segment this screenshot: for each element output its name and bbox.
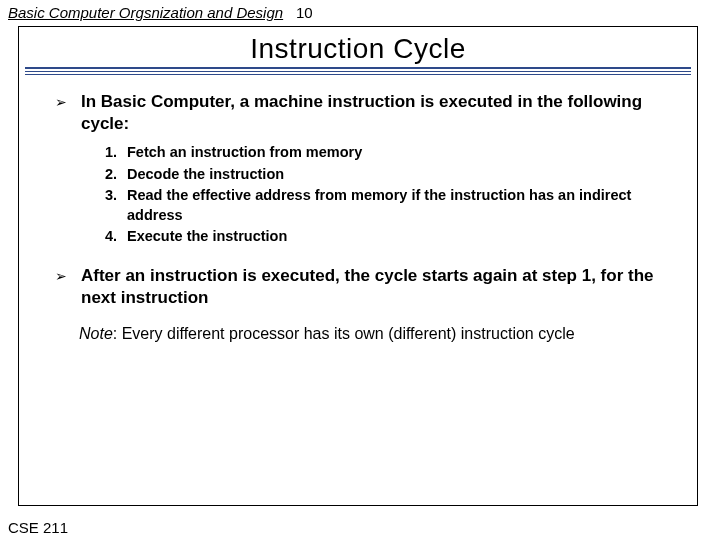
step-text: Decode the instruction	[127, 165, 284, 185]
page-number: 10	[296, 4, 313, 21]
bullet-item: ➢ After an instruction is executed, the …	[55, 265, 661, 309]
step-number: 1.	[105, 143, 127, 163]
note-label: Note	[79, 325, 113, 342]
slide-title: Instruction Cycle	[19, 27, 697, 67]
step-text: Read the effective address from memory i…	[127, 186, 661, 225]
list-item: 4. Execute the instruction	[105, 227, 661, 247]
step-number: 3.	[105, 186, 127, 225]
bullet-item: ➢ In Basic Computer, a machine instructi…	[55, 91, 661, 135]
bullet-arrow-icon: ➢	[55, 94, 67, 135]
step-text: Fetch an instruction from memory	[127, 143, 362, 163]
list-item: 2. Decode the instruction	[105, 165, 661, 185]
list-item: 3. Read the effective address from memor…	[105, 186, 661, 225]
slide-frame: Instruction Cycle ➢ In Basic Computer, a…	[18, 26, 698, 506]
note-line: Note: Every different processor has its …	[79, 325, 637, 343]
slide-content: ➢ In Basic Computer, a machine instructi…	[19, 79, 697, 343]
step-number: 2.	[105, 165, 127, 185]
footer-course: CSE 211	[8, 519, 68, 536]
list-item: 1. Fetch an instruction from memory	[105, 143, 661, 163]
note-text: : Every different processor has its own …	[113, 325, 575, 342]
title-rule	[25, 67, 691, 75]
ordered-steps: 1. Fetch an instruction from memory 2. D…	[105, 143, 661, 247]
bullet-arrow-icon: ➢	[55, 268, 67, 309]
step-text: Execute the instruction	[127, 227, 287, 247]
bullet-text: After an instruction is executed, the cy…	[81, 265, 661, 309]
page-header-topic: Basic Computer Orgsnization and Design	[8, 4, 283, 21]
step-number: 4.	[105, 227, 127, 247]
bullet-text: In Basic Computer, a machine instruction…	[81, 91, 661, 135]
